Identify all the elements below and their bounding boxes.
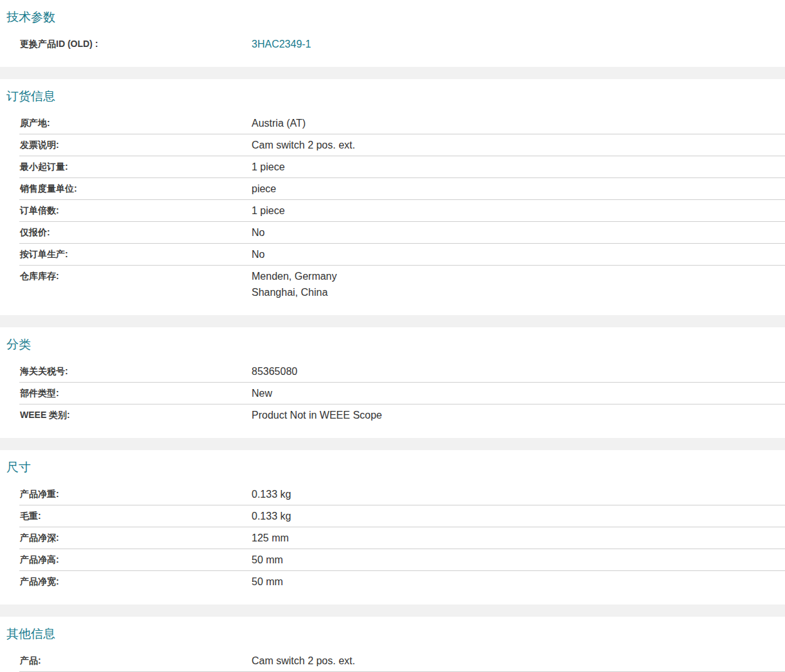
table-row: 海关关税号: 85365080	[19, 361, 785, 382]
table-row: 产品净重: 0.133 kg	[19, 484, 785, 505]
row-label-product-net-depth: 产品净深:	[19, 531, 252, 545]
section-ordering-info: 订货信息 原产地: Austria (AT) 发票说明: Cam switch …	[0, 79, 785, 315]
section-rows: 海关关税号: 85365080 部件类型: New WEEE 类别: Produ…	[19, 361, 785, 438]
row-label-weee-category: WEEE 类别:	[19, 408, 252, 422]
table-row: 订单倍数: 1 piece	[19, 199, 785, 221]
section-separator-bar	[0, 67, 785, 79]
section-title-other-info: 其他信息	[0, 617, 785, 650]
row-label-warehouse-stock: 仓库库存:	[19, 269, 252, 283]
row-value: 3HAC2349-1	[252, 37, 311, 51]
section-rows: 更换产品ID (OLD) : 3HAC2349-1	[19, 33, 785, 67]
row-label-product-net-height: 产品净高:	[19, 553, 252, 567]
row-value: New	[252, 386, 272, 400]
section-other-info: 其他信息 产品: Cam switch 2 pos. ext. ABB型号名称:…	[0, 617, 785, 672]
row-label-minimum-order-qty: 最小起订量:	[19, 160, 252, 174]
row-label-customs-tariff-number: 海关关税号:	[19, 365, 252, 378]
row-label-invoice-description: 发票说明:	[19, 138, 252, 152]
row-value: 0.133 kg	[252, 509, 291, 523]
table-row: 最小起订量: 1 piece	[19, 156, 785, 177]
row-value: Cam switch 2 pos. ext.	[252, 138, 355, 152]
section-technical-parameters: 技术参数 更换产品ID (OLD) : 3HAC2349-1	[0, 0, 785, 67]
row-label-country-of-origin: 原产地:	[19, 116, 252, 130]
section-rows: 原产地: Austria (AT) 发票说明: Cam switch 2 pos…	[19, 113, 785, 315]
row-value: 0.133 kg	[252, 487, 291, 501]
row-value: Austria (AT)	[252, 116, 306, 130]
section-title-technical-parameters: 技术参数	[0, 0, 785, 33]
section-title-ordering-info: 订货信息	[0, 79, 785, 113]
section-rows: 产品净重: 0.133 kg 毛重: 0.133 kg 产品净深: 125 mm…	[19, 484, 785, 604]
row-label-part-type: 部件类型:	[19, 386, 252, 400]
row-label-replacement-product-id: 更换产品ID (OLD) :	[19, 37, 252, 51]
row-value: 125 mm	[252, 531, 289, 545]
table-row: 产品净深: 125 mm	[19, 527, 785, 549]
row-label-selling-unit: 销售度量单位:	[19, 182, 252, 195]
section-dimensions: 尺寸 产品净重: 0.133 kg 毛重: 0.133 kg 产品净深: 125…	[0, 450, 785, 604]
row-value: Cam switch 2 pos. ext.	[252, 654, 355, 667]
row-value: No	[252, 248, 264, 261]
table-row: 销售度量单位: piece	[19, 177, 785, 199]
replacement-product-id-link[interactable]: 3HAC2349-1	[252, 39, 311, 50]
row-value: 85365080	[252, 365, 297, 378]
table-row: 产品净宽: 50 mm	[19, 570, 785, 592]
row-label-product-net-width: 产品净宽:	[19, 575, 252, 588]
row-label-product: 产品:	[19, 654, 252, 667]
warehouse-location-2: Shanghai, China	[252, 286, 337, 299]
row-label-product-net-weight: 产品净重:	[19, 487, 252, 501]
table-row: 产品净高: 50 mm	[19, 549, 785, 570]
table-row: 部件类型: New	[19, 382, 785, 404]
section-title-classification: 分类	[0, 327, 785, 361]
row-label-quotation-only: 仅报价:	[19, 226, 252, 239]
table-row: 仓库库存: Menden, Germany Shanghai, China	[19, 265, 785, 303]
row-value: 50 mm	[252, 553, 283, 567]
section-separator-bar	[0, 438, 785, 450]
table-row: 毛重: 0.133 kg	[19, 505, 785, 527]
section-title-dimensions: 尺寸	[0, 450, 785, 484]
section-classification: 分类 海关关税号: 85365080 部件类型: New WEEE 类别: Pr…	[0, 327, 785, 438]
row-value: 50 mm	[252, 575, 283, 588]
table-row: 按订单生产: No	[19, 243, 785, 265]
row-value: No	[252, 226, 264, 239]
section-rows: 产品: Cam switch 2 pos. ext. ABB型号名称: -	[19, 650, 785, 672]
row-value: 1 piece	[252, 160, 285, 174]
table-row: 产品: Cam switch 2 pos. ext.	[19, 650, 785, 671]
table-row: 更换产品ID (OLD) : 3HAC2349-1	[19, 33, 785, 55]
row-value: 1 piece	[252, 204, 285, 217]
table-row: 原产地: Austria (AT)	[19, 113, 785, 134]
row-value: Menden, Germany Shanghai, China	[252, 269, 337, 299]
row-label-gross-weight: 毛重:	[19, 509, 252, 523]
table-row: 发票说明: Cam switch 2 pos. ext.	[19, 134, 785, 156]
row-value: piece	[252, 182, 276, 195]
table-row: 仅报价: No	[19, 221, 785, 243]
warehouse-location-1: Menden, Germany	[252, 269, 337, 283]
table-row: WEEE 类别: Product Not in WEEE Scope	[19, 404, 785, 426]
section-separator-bar	[0, 315, 785, 327]
row-label-order-multiple: 订单倍数:	[19, 204, 252, 217]
row-value: Product Not in WEEE Scope	[252, 408, 382, 422]
section-separator-bar	[0, 604, 785, 617]
row-label-made-to-order: 按订单生产:	[19, 248, 252, 261]
